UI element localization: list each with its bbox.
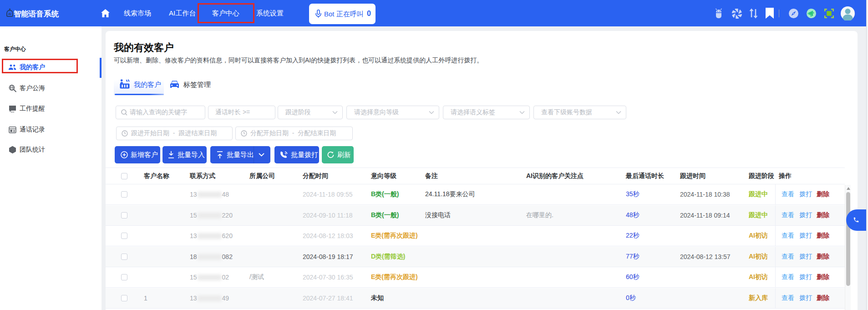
svg-text:AI: AI — [8, 12, 11, 15]
